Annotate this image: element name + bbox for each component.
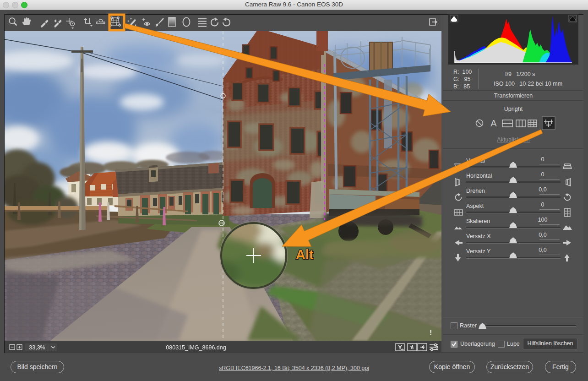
- svg-text:080315_IMG_8696.dng: 080315_IMG_8696.dng: [166, 344, 226, 351]
- svg-text:A: A: [490, 118, 497, 128]
- svg-text:!: !: [430, 329, 432, 337]
- svg-text:33,3%: 33,3%: [29, 344, 45, 351]
